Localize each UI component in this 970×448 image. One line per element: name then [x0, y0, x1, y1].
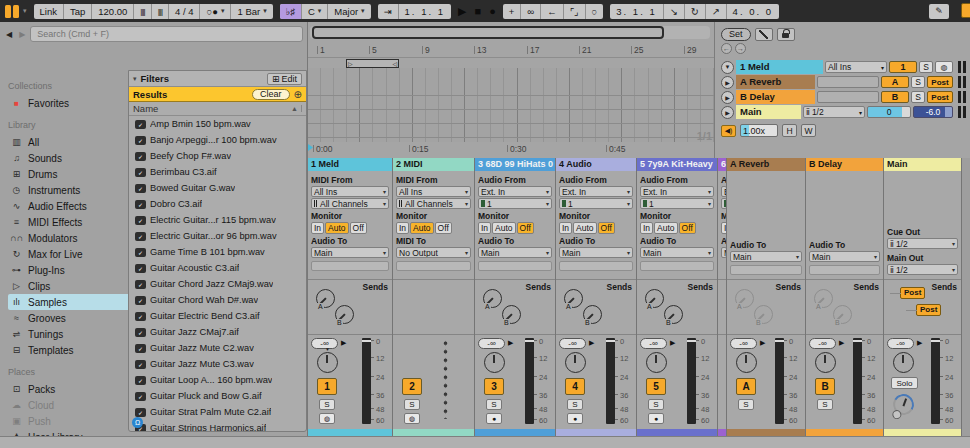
list-item[interactable]: ✓Guitar Loop A... 160 bpm.wav — [129, 372, 306, 388]
sidebar-item[interactable]: ⊞Drums — [8, 166, 128, 182]
send-b-pre-post-toggle[interactable]: Post — [916, 304, 941, 316]
solo-button[interactable]: S — [911, 76, 925, 88]
nudge-down-button[interactable]: |||| — [134, 4, 151, 19]
arm-button[interactable]: ● — [567, 413, 583, 424]
fader-handle-arrow[interactable]: ▶ — [917, 339, 922, 347]
list-item[interactable]: ✓Banjo Arpeggi...r 100 bpm.wav — [129, 132, 306, 148]
sidebar-item[interactable]: ♟User Library — [8, 429, 128, 436]
monitor-auto-button[interactable]: Auto — [410, 222, 434, 234]
sidebar-item[interactable]: ♫Sounds — [8, 150, 128, 166]
volume-fader[interactable] — [775, 338, 784, 424]
monitor-off-button[interactable]: Off — [350, 222, 367, 234]
draw-marker-button[interactable] — [755, 28, 773, 41]
channel-chooser[interactable]: All Channels▾ — [396, 198, 471, 209]
sort-ascending-icon[interactable]: ▲ — [291, 105, 302, 112]
output-level-field[interactable]: -∞ — [809, 338, 836, 349]
pan-knob[interactable] — [565, 352, 586, 373]
list-item[interactable]: ✓Electric Guitar...or 96 bpm.wav — [129, 228, 306, 244]
capture-midi-button[interactable]: ⌜⌟ — [564, 4, 586, 19]
track-header[interactable]: 1 Meld — [308, 158, 392, 171]
send-b-knob[interactable]: B — [754, 305, 773, 324]
crossfader-knob[interactable] — [891, 392, 917, 418]
browser-back-button[interactable]: ◀ — [4, 30, 14, 39]
fold-track-button[interactable]: ▶ — [721, 106, 734, 119]
track-name[interactable]: B Delay — [736, 90, 815, 104]
track-name[interactable]: A Reverb — [736, 75, 815, 89]
scale-mode-toggle[interactable]: ♭♯ — [280, 4, 302, 19]
input-chooser[interactable]: All Ins▾ — [311, 186, 389, 197]
filters-header[interactable]: Filters — [141, 73, 170, 84]
solo-button[interactable]: S — [648, 399, 664, 410]
track-lane[interactable] — [308, 96, 714, 110]
optimize-width-button[interactable]: W — [801, 124, 816, 137]
sidebar-item[interactable]: ▷Clips — [8, 278, 128, 294]
input-chooser[interactable]: Ext. In▾ — [640, 186, 714, 197]
preview-speaker-toggle[interactable]: ◀) — [721, 125, 736, 137]
send-a-knob[interactable]: A — [814, 289, 833, 308]
scale-root-menu[interactable]: C▾ — [302, 4, 328, 19]
scale-name-menu[interactable]: Major▾ — [328, 4, 370, 19]
fold-track-button[interactable]: ▶ — [721, 91, 734, 104]
track-activator[interactable]: 5 — [646, 378, 666, 395]
track-name[interactable]: Main — [736, 105, 801, 119]
monitor-auto-button[interactable]: Auto — [492, 222, 516, 234]
pan-knob[interactable] — [815, 352, 836, 373]
track-header[interactable]: 3 68D 99 HiHats 0 — [475, 158, 555, 171]
track-name[interactable]: 1 Meld — [736, 60, 823, 74]
sidebar-item[interactable]: ≈Grooves — [8, 310, 128, 326]
list-item[interactable]: ✓Guitar Strat Palm Mute C2.aif — [129, 404, 306, 420]
input-chooser[interactable]: All Ins▾ — [396, 186, 471, 197]
add-filter-icon[interactable]: ⊕ — [294, 89, 302, 100]
volume-fader[interactable] — [606, 338, 615, 424]
mixer-scroll-gutter[interactable] — [962, 158, 970, 436]
live-logo-menu[interactable]: ▾ — [5, 5, 27, 18]
monitor-in-button[interactable]: In — [396, 222, 409, 234]
monitor-off-button[interactable]: Off — [598, 222, 615, 234]
track-lane[interactable] — [308, 110, 714, 124]
tempo-field[interactable]: 120.00 — [92, 4, 134, 19]
scrollbar-thumb[interactable] — [312, 26, 664, 39]
output-chooser[interactable]: Main▾ — [559, 247, 633, 258]
sidebar-item[interactable]: ↻Max for Live — [8, 246, 128, 262]
punch-in-button[interactable]: ↘ — [664, 4, 685, 19]
output-level-field[interactable]: -∞ — [640, 338, 667, 349]
track-activator[interactable]: B — [881, 91, 909, 103]
send-a-knob[interactable]: A — [564, 289, 583, 308]
pan-knob[interactable] — [484, 352, 505, 373]
output-chooser[interactable]: Main▾ — [730, 251, 802, 262]
track-activator[interactable]: 1 — [889, 61, 917, 73]
fader-handle-arrow[interactable]: ▶ — [341, 339, 346, 347]
sidebar-item[interactable]: ▣Push — [8, 413, 128, 429]
output-chooser[interactable]: Main▾ — [640, 247, 714, 258]
pan-slider[interactable]: -6.0 — [913, 106, 953, 118]
fader-handle-arrow[interactable]: ▶ — [839, 339, 844, 347]
track-lane[interactable] — [308, 68, 714, 96]
list-item[interactable]: ✓Guitar Pluck and Bow G.aif — [129, 388, 306, 404]
list-item[interactable]: ✓Electric Guitar...r 115 bpm.wav — [129, 212, 306, 228]
input-chooser[interactable]: Ext. In▾ — [478, 186, 552, 197]
horizontal-scrollbar[interactable] — [310, 26, 710, 39]
pre-post-toggle[interactable]: Post — [927, 91, 953, 103]
track-activator[interactable]: B — [815, 378, 835, 395]
loop-start-field[interactable]: 3. 1. 1 — [610, 4, 663, 19]
track-header[interactable]: 2 MIDI — [393, 158, 474, 171]
channel-chooser[interactable]: 1▾ — [559, 198, 633, 209]
sidebar-item[interactable]: ∩∩Modulators — [8, 230, 128, 246]
nudge-up-button[interactable]: |||| — [152, 4, 169, 19]
list-item[interactable]: ✓Guitar Chord Wah D#.wav — [129, 292, 306, 308]
stop-button[interactable]: ■ — [474, 5, 481, 17]
list-item[interactable]: ✓Berimbau C3.aif — [129, 164, 306, 180]
next-locator-button[interactable]: → — [735, 43, 746, 54]
solo-button[interactable]: S — [486, 399, 502, 410]
preview-headphone-toggle[interactable]: Ω — [132, 417, 143, 428]
volume-slider[interactable]: 0 — [867, 106, 911, 118]
solo-button[interactable]: S — [911, 91, 925, 103]
volume-fader[interactable] — [525, 338, 534, 424]
fold-track-button[interactable]: ▶ — [721, 76, 734, 89]
time-ruler[interactable]: 0:00 0:15 0:30 0:45 — [308, 142, 714, 158]
solo-button[interactable]: S — [738, 399, 754, 410]
output-level-field[interactable]: -∞ — [478, 338, 505, 349]
quantize-menu[interactable]: ○●▾ — [200, 4, 231, 19]
send-b-knob[interactable]: B — [335, 305, 354, 324]
solo-button[interactable]: S — [567, 399, 583, 410]
